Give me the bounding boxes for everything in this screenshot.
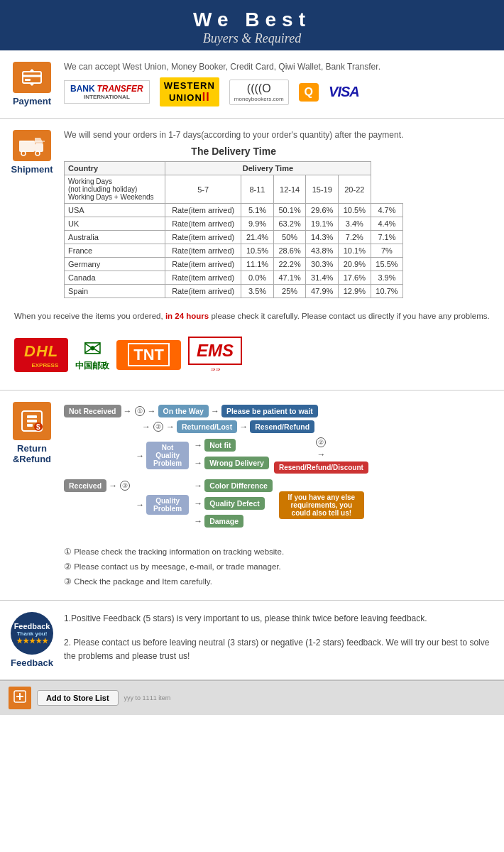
rate-value-cell: 5.1% xyxy=(241,204,274,217)
resend-refund-box: Resend/Refund xyxy=(250,420,314,433)
notice-prefix: When you receive the items you ordered, xyxy=(14,312,163,320)
num-2a: ② xyxy=(153,422,163,432)
svg-rect-4 xyxy=(35,143,43,152)
rate-label-cell: Rate(item arrived) xyxy=(165,231,241,244)
days-5-7: 5-7 xyxy=(165,175,241,204)
arrow4: → xyxy=(142,422,150,432)
color-difference-box: Color Difference xyxy=(204,479,273,492)
rate-value-cell: 4.7% xyxy=(371,204,403,217)
add-to-store-button[interactable]: Add to Store List xyxy=(37,690,119,706)
rate-value-cell: 50.1% xyxy=(273,204,306,217)
delivery-table: Country Delivery Time Working Days(not i… xyxy=(64,161,403,298)
returned-lost-box: Returned/Lost xyxy=(177,420,237,433)
rate-value-cell: 43.8% xyxy=(306,244,339,258)
payment-icon-area: Payment xyxy=(7,62,57,106)
feedback-icon-text2: Thank you! xyxy=(17,630,48,637)
ems-logo: EMS xyxy=(188,337,242,365)
resend-refund-discount-box: Resend/Refund/Discount xyxy=(274,462,368,474)
note-3: ③ Check the package and Item carefully. xyxy=(64,574,368,589)
header-title: We Best xyxy=(0,9,504,31)
rate-value-cell: 3.5% xyxy=(241,285,274,298)
shipping-carrier-logos: DHL EXPRESS ✉ 中国邮政 TNT EMS ⇒⇒ xyxy=(7,331,249,378)
return-label: Return &Refund xyxy=(7,443,57,464)
svg-rect-12 xyxy=(27,424,33,427)
feedback-text-1: 1.Positive Feedback (5 stars) is very im… xyxy=(64,612,497,626)
dhl-express-label: EXPRESS xyxy=(14,362,68,372)
rate-value-cell: 7.1% xyxy=(371,231,403,244)
return-content: Not Received → ① → On the Way → Please b… xyxy=(64,402,368,589)
rate-value-cell: 20.9% xyxy=(339,258,371,271)
please-wait-box: Please be patient to wait xyxy=(221,405,318,417)
rate-value-cell: 21.4% xyxy=(241,231,274,244)
rate-value-cell: 15.5% xyxy=(371,258,403,271)
shipment-notice: When you receive the items you ordered, … xyxy=(7,298,497,322)
table-subheader-row: Working Days(not including holiday)Worki… xyxy=(65,175,403,204)
page-header: We Best Buyers & Required xyxy=(0,0,504,50)
arrow14: → xyxy=(194,498,202,508)
rate-value-cell: 47.1% xyxy=(273,271,306,285)
feedback-icon: Feedback Thank you! ★★★★★ xyxy=(11,612,53,655)
dhl-logo-wrap: DHL EXPRESS xyxy=(14,338,68,372)
ems-logo-wrap: EMS ⇒⇒ xyxy=(188,337,242,373)
note-1: ① Please check the tracking information … xyxy=(64,545,368,559)
table-row: UKRate(item arrived)9.9%63.2%19.1%3.4%4.… xyxy=(65,217,403,231)
rate-value-cell: 10.5% xyxy=(339,204,371,217)
chinapost-icon: ✉ xyxy=(75,337,109,360)
days-12-14: 12-14 xyxy=(273,175,306,204)
requirements-box-wrap: If you have any else requirements, you c… xyxy=(279,491,364,519)
working-days-label: Working Days(not including holiday)Worki… xyxy=(65,175,165,204)
flow-row-1: Not Received → ① → On the Way → Please b… xyxy=(64,405,368,417)
feedback-section: Feedback Thank you! ★★★★★ Feedback 1.Pos… xyxy=(0,601,504,680)
chinapost-logo-wrap: ✉ 中国邮政 xyxy=(75,337,109,372)
svg-point-6 xyxy=(21,151,26,155)
shipment-section: Shipment We will send your orders in 1-7… xyxy=(0,119,504,390)
damage-box: Damage xyxy=(204,515,243,528)
received-box: Received xyxy=(64,479,106,492)
arrow6: → xyxy=(239,422,248,432)
country-cell: Germany xyxy=(65,258,165,271)
rate-value-cell: 7% xyxy=(371,244,403,258)
color-diff-row: → Color Difference xyxy=(194,479,273,492)
flow-row-4: → NotQualityProblem → Not fit → xyxy=(136,437,368,474)
rate-value-cell: 3.4% xyxy=(339,217,371,231)
arrow10: → xyxy=(194,458,202,468)
rate-value-cell: 19.1% xyxy=(306,217,339,231)
rate-value-cell: 25% xyxy=(273,285,306,298)
table-header-row: Country Delivery Time xyxy=(65,162,403,175)
arrow8: → xyxy=(136,451,144,461)
num-1a: ① xyxy=(135,406,145,416)
rate-label-cell: Rate(item arrived) xyxy=(165,217,241,231)
visa-logo: VISA xyxy=(329,84,359,100)
rate-value-cell: 30.3% xyxy=(306,258,339,271)
rate-value-cell: 10.5% xyxy=(241,244,274,258)
add-to-store-bar: Add to Store List yyy to 1111 item xyxy=(0,680,504,715)
num-2b: ② xyxy=(316,437,326,447)
tnt-text: TNT xyxy=(128,343,170,366)
rate-value-cell: 47.9% xyxy=(306,285,339,298)
return-icon: $ xyxy=(13,402,51,440)
not-fit-box: Not fit xyxy=(204,439,236,452)
received-branch: Received → ③ → NotQualityProblem xyxy=(64,437,368,533)
shipment-label: Shipment xyxy=(11,164,53,175)
not-quality-options: → Not fit → Wrong Delivery xyxy=(194,439,269,472)
rate-value-cell: 17.6% xyxy=(339,271,371,285)
arrow11: → xyxy=(317,449,325,459)
arrow7: → xyxy=(109,481,117,491)
rate-value-cell: 9.9% xyxy=(241,217,274,231)
rate-value-cell: 11.1% xyxy=(241,258,274,271)
svg-point-7 xyxy=(35,151,40,155)
svg-rect-11 xyxy=(27,420,37,422)
store-sub-label: yyy to 1111 item xyxy=(124,694,171,701)
arrow2: → xyxy=(148,406,156,416)
requirements-box: If you have any else requirements, you c… xyxy=(279,491,364,519)
arrow12: → xyxy=(136,500,144,510)
col-country: Country xyxy=(65,162,165,175)
table-row: CanadaRate(item arrived)0.0%47.1%31.4%17… xyxy=(65,271,403,285)
quality-defect-box: Quality Defect xyxy=(204,497,265,510)
svg-text:$: $ xyxy=(36,423,40,431)
table-row: USARate(item arrived)5.1%50.1%29.6%10.5%… xyxy=(65,204,403,217)
rate-value-cell: 28.6% xyxy=(273,244,306,258)
not-received-box: Not Received xyxy=(64,405,121,417)
rate-label-cell: Rate(item arrived) xyxy=(165,204,241,217)
notice-text: When you receive the items you ordered, … xyxy=(14,310,490,322)
